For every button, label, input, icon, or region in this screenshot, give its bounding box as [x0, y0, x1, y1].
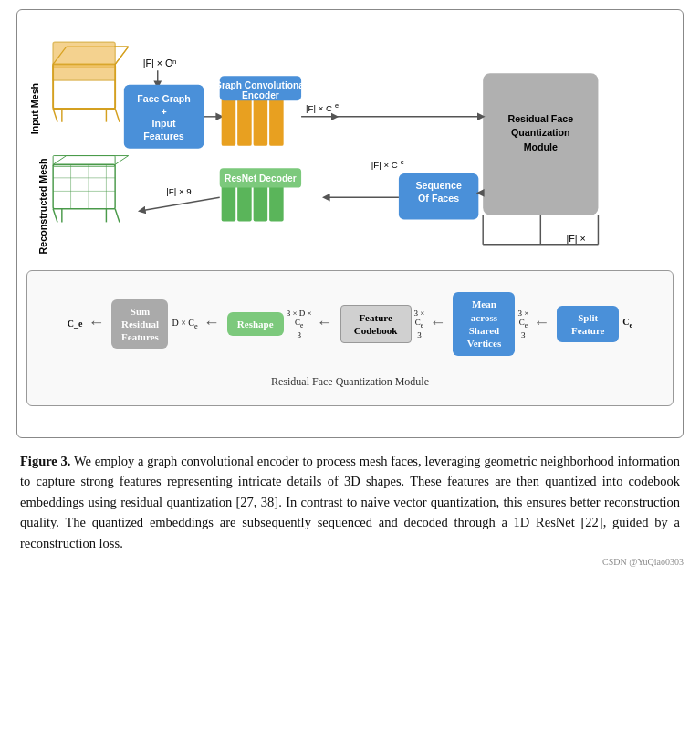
- svg-text:|F| × C: |F| × C: [306, 103, 332, 113]
- svg-text:Residual Face: Residual Face: [507, 113, 573, 124]
- svg-line-14: [115, 156, 129, 165]
- ce-left-item: C_e: [68, 319, 83, 330]
- svg-text:Graph Convolutional: Graph Convolutional: [214, 80, 307, 90]
- ce-right-label: Ce: [622, 317, 632, 330]
- codebook-item: FeatureCodebook: [340, 305, 412, 344]
- codebook-box: FeatureCodebook: [340, 305, 412, 344]
- svg-text:e: e: [401, 158, 404, 166]
- svg-rect-8: [53, 42, 115, 67]
- arrow-left-1: [86, 319, 111, 330]
- ce-right-item: Ce: [622, 317, 632, 331]
- svg-rect-9: [53, 65, 115, 80]
- sum-residual-item: SumResidualFeatures: [111, 299, 168, 350]
- svg-text:|F| × C: |F| × C: [371, 160, 398, 170]
- arrow-left-2: [202, 319, 227, 330]
- svg-rect-12: [53, 164, 115, 209]
- reshape-box: Reshape: [227, 312, 284, 336]
- frac2-label: 3 × Ce 3: [414, 309, 425, 340]
- mean-item: MeanacrossSharedVertices: [453, 292, 515, 355]
- watermark: CSDN @YuQiao0303: [16, 557, 684, 567]
- arrow-left-3: [315, 319, 340, 330]
- reshape-item: Reshape: [227, 312, 284, 336]
- input-chair: [53, 42, 129, 121]
- svg-text:+: +: [161, 106, 166, 117]
- bottom-rfqm-section: C_e SumResidualFeatures D × Ce Reshape: [26, 270, 674, 406]
- diagram-area: Input Mesh Reconstructed Mesh: [16, 9, 684, 438]
- if-x-label: |F| ×: [567, 233, 586, 244]
- svg-text:Input: Input: [152, 118, 177, 129]
- input-mesh-label: Input Mesh: [29, 83, 40, 134]
- figure-label: Figure 3.: [20, 454, 71, 468]
- reconstructed-mesh-label: Reconstructed Mesh: [37, 158, 48, 254]
- frac3-item: 3 × Ce 3: [517, 309, 528, 340]
- svg-line-13: [53, 156, 67, 165]
- svg-text:Quantization: Quantization: [511, 127, 570, 138]
- svg-line-5: [115, 109, 120, 122]
- svg-text:Face Graph: Face Graph: [137, 93, 191, 104]
- arrow-resnet-mesh: [141, 197, 219, 211]
- svg-text:Features: Features: [143, 131, 184, 141]
- svg-text:Sequence: Sequence: [415, 180, 461, 191]
- svg-text:ResNet Decoder: ResNet Decoder: [225, 173, 297, 183]
- mean-box: MeanacrossSharedVertices: [453, 292, 515, 355]
- split-item: SplitFeature: [557, 306, 619, 343]
- caption: Figure 3. We employ a graph convolutiona…: [16, 451, 684, 553]
- reconstructed-chair: [53, 156, 129, 223]
- fin-cin-label: |F| × C: [143, 58, 172, 68]
- frac2-item: 3 × Ce 3: [414, 309, 425, 340]
- svg-line-11: [115, 47, 129, 64]
- svg-text:Of Faces: Of Faces: [418, 193, 459, 204]
- caption-text: We employ a graph convolutional encoder …: [20, 454, 680, 550]
- frac1-item: 3 × D × Ce 3: [287, 309, 312, 340]
- dxce-label: D × Ce: [172, 318, 197, 330]
- arrow-left-4: [427, 319, 453, 330]
- svg-text:Encoder: Encoder: [242, 90, 279, 100]
- dxce-item: D × Ce: [172, 318, 197, 330]
- svg-text:|F| × 9: |F| × 9: [166, 186, 191, 196]
- split-box: SplitFeature: [557, 306, 619, 343]
- svg-line-16: [53, 209, 57, 223]
- frac3-label: 3 × Ce 3: [517, 309, 528, 340]
- svg-text:Module: Module: [524, 141, 558, 152]
- arrow-left-5: [531, 319, 557, 330]
- main-container: Input Mesh Reconstructed Mesh: [0, 0, 700, 576]
- bottom-flow: C_e SumResidualFeatures D × Ce Reshape: [37, 278, 663, 370]
- frac1-label: 3 × D × Ce 3: [287, 309, 312, 340]
- rfqm-bottom-label: Residual Face Quantization Module: [37, 375, 663, 389]
- fin-cin-sub: in: [171, 58, 176, 66]
- sum-residual-box: SumResidualFeatures: [111, 299, 168, 350]
- top-diagram-svg: Input Mesh Reconstructed Mesh: [26, 21, 674, 263]
- svg-line-17: [115, 209, 120, 223]
- ce-left-label: C_e: [68, 319, 83, 329]
- svg-text:e: e: [335, 101, 339, 110]
- svg-line-4: [53, 109, 57, 122]
